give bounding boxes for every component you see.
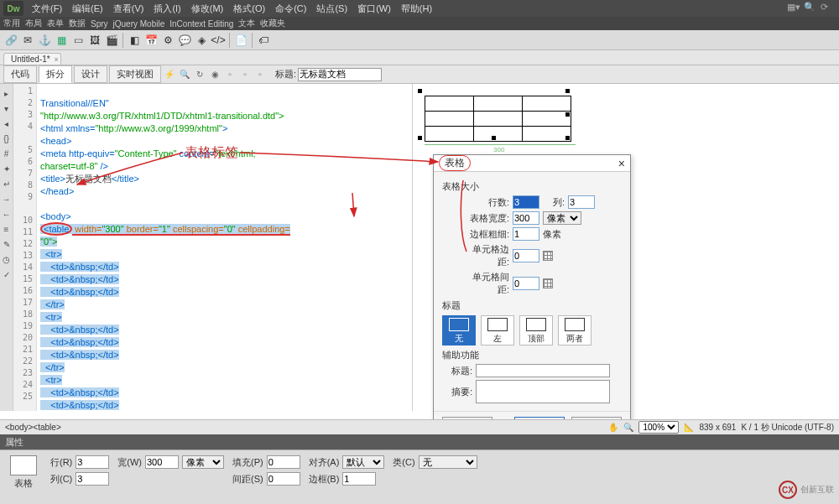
layout-icon[interactable]: ▦▾	[787, 2, 800, 15]
cellspace-input[interactable]	[513, 277, 539, 290]
pp-rows-input[interactable]	[76, 455, 109, 469]
tab-common[interactable]: 常用	[3, 18, 20, 29]
pp-cellpad-input[interactable]	[267, 455, 300, 469]
caption-left[interactable]: 左	[481, 315, 514, 346]
hand-icon[interactable]: ✋	[608, 423, 618, 432]
opt2-icon[interactable]: ▫	[238, 68, 252, 81]
menu-site[interactable]: 站点(S)	[311, 3, 352, 15]
outdent-icon[interactable]: ←	[1, 208, 13, 220]
search-icon[interactable]: 🔍	[804, 2, 817, 15]
width-indicator: 300	[493, 146, 504, 153]
window-size[interactable]: 839 x 691	[699, 423, 736, 432]
server-icon[interactable]: ⚙	[160, 33, 175, 48]
pp-cols-input[interactable]	[76, 472, 109, 486]
media-icon[interactable]: 🎬	[104, 33, 119, 48]
menu-command[interactable]: 命令(C)	[270, 3, 311, 15]
nav-icon[interactable]: ◉	[208, 68, 221, 81]
email-icon[interactable]: ✉	[20, 33, 35, 48]
menu-edit[interactable]: 编辑(E)	[67, 3, 108, 15]
indent-icon[interactable]: →	[1, 193, 13, 205]
dialog-titlebar[interactable]: 表格 ×	[434, 155, 630, 172]
tab-layout[interactable]: 布局	[25, 18, 42, 29]
script-icon[interactable]: </>	[211, 33, 226, 48]
menu-insert[interactable]: 插入(I)	[149, 3, 185, 15]
view-split[interactable]: 拆分	[39, 65, 72, 83]
comment-icon[interactable]: 💬	[177, 33, 192, 48]
wrap-icon[interactable]: ↵	[1, 178, 13, 190]
snippet-icon[interactable]: ✎	[1, 238, 13, 250]
collapse-icon[interactable]: ▸	[1, 87, 13, 99]
code-editor[interactable]: Transitional//EN" "http://www.w3.org/TR/…	[37, 84, 412, 411]
rows-input[interactable]	[513, 195, 539, 209]
cellpad-input[interactable]	[513, 249, 539, 262]
live-code-icon[interactable]: ⚡	[163, 68, 176, 81]
tab-spry[interactable]: Spry	[91, 19, 108, 29]
title-input[interactable]	[298, 68, 382, 81]
pp-class-select[interactable]: 无	[419, 455, 477, 469]
balance-icon[interactable]: {}	[1, 132, 13, 144]
pp-width-input[interactable]	[145, 455, 179, 469]
caption-section-label: 标题	[442, 299, 622, 312]
tag-selector-path[interactable]: <body><table>	[5, 423, 61, 432]
tab-fav[interactable]: 收藏夹	[260, 18, 285, 29]
menu-format[interactable]: 格式(O)	[228, 3, 270, 15]
dialog-close-icon[interactable]: ×	[618, 157, 625, 170]
sync-icon[interactable]: ⟳	[821, 2, 834, 15]
menu-file[interactable]: 文件(F)	[27, 3, 67, 15]
zoom-icon[interactable]: 🔍	[623, 423, 633, 432]
summary-textarea[interactable]	[476, 380, 610, 403]
width-input[interactable]	[513, 211, 539, 225]
inspect-icon[interactable]: 🔍	[178, 68, 191, 81]
tab-incontext[interactable]: InContext Editing	[169, 19, 233, 29]
doc-tab[interactable]: Untitled-1*×	[3, 53, 61, 65]
border-input[interactable]	[513, 227, 539, 241]
pp-align-select[interactable]: 默认	[342, 455, 384, 469]
pp-width-unit[interactable]: 像素	[182, 455, 224, 469]
template-icon[interactable]: 📄	[233, 33, 248, 48]
div-icon[interactable]: ▭	[70, 33, 86, 48]
pp-border-input[interactable]	[342, 472, 376, 486]
hyperlink-icon[interactable]: 🔗	[3, 33, 18, 48]
refresh-icon[interactable]: ↻	[193, 68, 206, 81]
opt3-icon[interactable]: ▫	[253, 68, 267, 81]
zoom-select[interactable]: 100%	[638, 421, 679, 434]
view-code[interactable]: 代码	[3, 65, 37, 83]
caption-input[interactable]	[476, 364, 610, 377]
format-icon[interactable]: ≡	[1, 223, 13, 235]
opt1-icon[interactable]: ▫	[223, 68, 237, 81]
table-icon[interactable]: ▦	[54, 33, 69, 48]
highlight-icon[interactable]: ✦	[1, 163, 13, 174]
tab-forms[interactable]: 表单	[47, 18, 64, 29]
tab-text[interactable]: 文本	[238, 18, 255, 29]
tab-data[interactable]: 数据	[69, 18, 86, 29]
close-icon[interactable]: ×	[54, 55, 58, 64]
menu-help[interactable]: 帮助(H)	[396, 3, 437, 15]
view-live[interactable]: 实时视图	[109, 65, 161, 83]
width-unit-select[interactable]: 像素	[543, 211, 581, 225]
pp-cellspace-input[interactable]	[267, 472, 300, 486]
menu-window[interactable]: 窗口(W)	[352, 3, 396, 15]
image-icon[interactable]: 🖼	[87, 33, 102, 48]
line-num-icon[interactable]: #	[1, 148, 13, 159]
cols-input[interactable]	[568, 195, 595, 209]
select-parent-icon[interactable]: ◂	[1, 117, 13, 129]
date-icon[interactable]: 📅	[143, 33, 159, 48]
head-icon[interactable]: ◈	[194, 33, 209, 48]
view-design[interactable]: 设计	[74, 65, 107, 83]
menu-view[interactable]: 查看(V)	[108, 3, 149, 15]
preview-table[interactable]	[425, 96, 571, 142]
doc-tab-row: Untitled-1*×	[0, 50, 839, 65]
ruler-icon[interactable]: 📐	[684, 423, 694, 432]
caption-top[interactable]: 顶部	[519, 315, 553, 346]
menu-modify[interactable]: 修改(M)	[186, 3, 229, 15]
widget-icon[interactable]: ◧	[127, 33, 142, 48]
caption-both[interactable]: 两者	[558, 315, 591, 346]
recent-icon[interactable]: ◷	[1, 253, 13, 265]
expand-icon[interactable]: ▾	[1, 102, 13, 114]
validate-icon[interactable]: ✓	[1, 268, 13, 280]
tab-jquery[interactable]: jQuery Mobile	[113, 19, 165, 29]
anchor-icon[interactable]: ⚓	[37, 33, 52, 48]
tag-icon[interactable]: 🏷	[256, 33, 271, 48]
caption-none[interactable]: 无	[442, 315, 476, 346]
properties-header[interactable]: 属性	[0, 434, 839, 449]
